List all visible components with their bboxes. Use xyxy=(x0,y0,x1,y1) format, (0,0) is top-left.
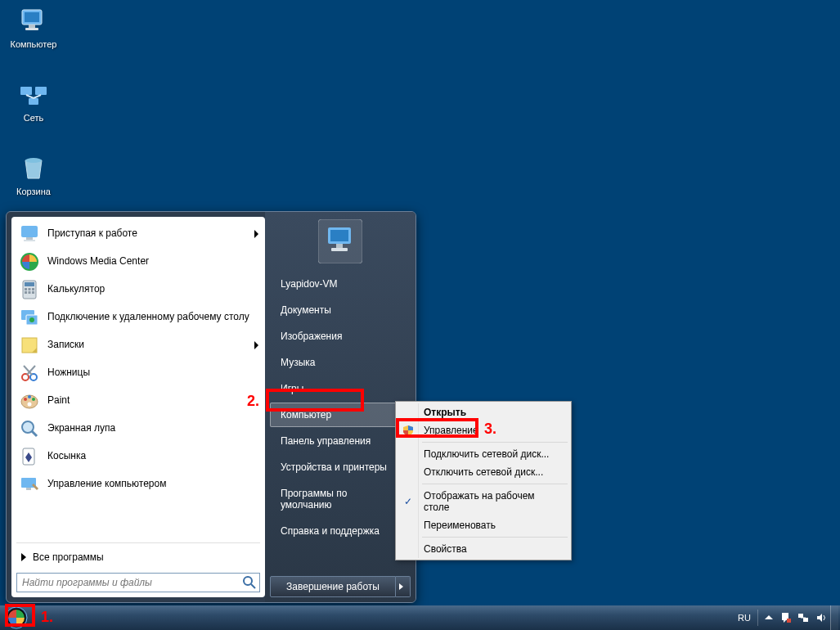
sm-item-solitaire[interactable]: Косынка xyxy=(11,443,265,470)
svg-rect-4 xyxy=(20,87,32,95)
shutdown-options-button[interactable] xyxy=(396,576,411,597)
svg-rect-50 xyxy=(798,614,803,618)
svg-rect-3 xyxy=(25,28,38,30)
desktop-icon-network[interactable]: Сеть xyxy=(5,79,62,123)
shutdown-control: Завершение работы xyxy=(270,576,411,597)
sm-item-media-center[interactable]: Windows Media Center xyxy=(11,248,265,276)
check-icon: ✓ xyxy=(404,496,412,507)
cm-item-rename[interactable]: Переименовать xyxy=(398,516,569,534)
sr-item-games[interactable]: Игры xyxy=(270,376,411,401)
network-icon xyxy=(17,79,50,111)
cm-item-manage[interactable]: Управление xyxy=(398,421,569,439)
svg-rect-16 xyxy=(25,288,27,290)
svg-rect-18 xyxy=(32,288,34,290)
svg-rect-2 xyxy=(29,25,35,28)
svg-rect-12 xyxy=(24,240,35,241)
svg-rect-11 xyxy=(26,237,33,240)
tray-network-icon[interactable] xyxy=(794,605,812,630)
sm-item-sticky-notes[interactable]: Записки xyxy=(11,331,265,359)
sm-item-remote-desktop[interactable]: Подключение к удаленному рабочему столу xyxy=(11,304,265,331)
remote-desktop-icon xyxy=(18,306,41,329)
show-desktop-button[interactable] xyxy=(830,605,838,630)
tray-volume-icon[interactable] xyxy=(812,605,830,630)
search-icon[interactable] xyxy=(242,575,257,590)
search-input[interactable] xyxy=(16,573,260,592)
svg-rect-20 xyxy=(29,291,31,294)
sm-item-paint[interactable]: Paint xyxy=(11,387,265,415)
desktop-icon-label: Корзина xyxy=(5,187,62,196)
paint-icon xyxy=(18,389,41,412)
tray-show-hidden-icon[interactable] xyxy=(761,605,776,630)
start-button[interactable] xyxy=(0,605,33,630)
media-center-icon xyxy=(18,250,41,273)
cm-item-properties[interactable]: Свойства xyxy=(398,540,569,558)
start-menu-right-panel: Lyapidov-VM Документы Изображения Музыка… xyxy=(265,212,416,602)
user-picture[interactable] xyxy=(316,217,365,266)
sm-item-label: Подключение к удаленному рабочему столу xyxy=(47,312,249,323)
computer-icon xyxy=(17,5,50,38)
shutdown-button[interactable]: Завершение работы xyxy=(270,576,396,597)
start-menu-left-panel: Приступая к работе Windows Media Center … xyxy=(11,217,265,597)
sr-item-control-panel[interactable]: Панель управления xyxy=(270,429,411,453)
system-tray: RU xyxy=(734,605,840,630)
svg-rect-1 xyxy=(25,12,39,22)
desktop-icon-recycle-bin[interactable]: Корзина xyxy=(5,152,62,196)
cm-item-show-on-desktop[interactable]: ✓ Отображать на рабочем столе xyxy=(398,487,569,516)
svg-point-35 xyxy=(22,421,34,433)
sm-item-label: Ножницы xyxy=(47,367,90,379)
start-menu-programs-list: Приступая к работе Windows Media Center … xyxy=(11,217,265,541)
sm-item-computer-management[interactable]: Управление компьютером xyxy=(11,470,265,498)
context-menu: Открыть Управление Подключить сетевой ди… xyxy=(395,401,572,560)
cm-item-open[interactable]: Открыть xyxy=(398,403,569,421)
svg-point-31 xyxy=(24,398,27,401)
tray-action-center-icon[interactable] xyxy=(776,605,794,630)
calculator-icon xyxy=(18,278,41,301)
chevron-right-icon xyxy=(21,553,26,561)
desktop-icon-label: Сеть xyxy=(5,113,62,123)
svg-rect-21 xyxy=(32,291,34,294)
svg-line-41 xyxy=(251,584,255,588)
solitaire-icon xyxy=(18,445,41,468)
sr-item-music[interactable]: Музыка xyxy=(270,350,411,375)
sr-item-help-support[interactable]: Справка и поддержка xyxy=(270,519,411,543)
svg-point-32 xyxy=(28,395,31,398)
chevron-right-icon xyxy=(399,583,407,590)
sr-item-default-programs[interactable]: Программы по умолчанию xyxy=(270,481,411,517)
svg-rect-49 xyxy=(787,619,791,623)
cm-item-disconnect-drive[interactable]: Отключить сетевой диск... xyxy=(398,463,569,481)
sm-item-magnifier[interactable]: Экранная лупа xyxy=(11,415,265,443)
sm-item-calculator[interactable]: Калькулятор xyxy=(11,276,265,304)
desktop-icon-label: Компьютер xyxy=(5,39,62,49)
svg-rect-5 xyxy=(35,87,47,95)
recycle-bin-icon xyxy=(17,152,50,185)
sr-item-documents[interactable]: Документы xyxy=(270,298,411,322)
svg-point-33 xyxy=(32,398,35,401)
svg-rect-19 xyxy=(25,291,27,294)
chevron-right-icon xyxy=(254,230,258,238)
sr-item-pictures[interactable]: Изображения xyxy=(270,324,411,349)
sm-item-snipping-tool[interactable]: Ножницы xyxy=(11,359,265,387)
sm-item-label: Записки xyxy=(47,340,84,351)
svg-rect-46 xyxy=(331,248,348,251)
getting-started-icon xyxy=(18,223,41,245)
desktop-icon-computer[interactable]: Компьютер xyxy=(5,5,62,49)
sm-item-label: Приступая к работе xyxy=(47,228,137,240)
sm-item-getting-started[interactable]: Приступая к работе xyxy=(11,220,265,248)
tray-language[interactable]: RU xyxy=(734,605,754,630)
sm-item-label: Косынка xyxy=(47,451,86,462)
svg-point-24 xyxy=(29,317,34,322)
taskbar: RU xyxy=(0,605,840,630)
svg-rect-51 xyxy=(803,618,808,622)
start-menu: Приступая к работе Windows Media Center … xyxy=(6,211,416,603)
separator xyxy=(16,542,260,543)
sm-all-programs-label: Все программы xyxy=(33,551,104,563)
sr-item-devices-printers[interactable]: Устройства и принтеры xyxy=(270,455,411,479)
svg-rect-45 xyxy=(336,244,343,248)
sr-item-username[interactable]: Lyapidov-VM xyxy=(270,272,411,296)
cm-item-map-drive[interactable]: Подключить сетевой диск... xyxy=(398,445,569,463)
svg-line-8 xyxy=(34,95,41,98)
chevron-right-icon xyxy=(254,341,258,349)
svg-rect-6 xyxy=(29,98,38,105)
sr-item-computer[interactable]: Компьютер xyxy=(270,403,411,427)
sm-all-programs[interactable]: Все программы xyxy=(11,545,265,569)
